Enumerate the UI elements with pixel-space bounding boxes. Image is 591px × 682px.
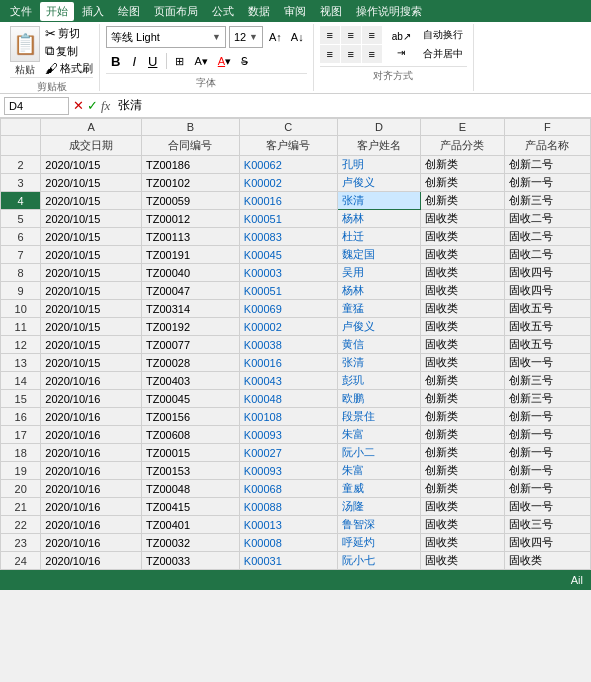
cell-e-17[interactable]: 创新类 — [421, 426, 504, 444]
row-header-7[interactable]: 7 — [1, 246, 41, 264]
cell-a-16[interactable]: 2020/10/16 — [41, 408, 142, 426]
cell-c-13[interactable]: K00016 — [239, 354, 337, 372]
cell-b-3[interactable]: TZ00102 — [142, 174, 240, 192]
col-letter-E[interactable]: E — [421, 119, 504, 136]
cell-b-22[interactable]: TZ00401 — [142, 516, 240, 534]
cell-b-11[interactable]: TZ00192 — [142, 318, 240, 336]
menu-item-公式[interactable]: 公式 — [206, 2, 240, 21]
cell-a-3[interactable]: 2020/10/15 — [41, 174, 142, 192]
cell-b-5[interactable]: TZ00012 — [142, 210, 240, 228]
cell-e-6[interactable]: 固收类 — [421, 228, 504, 246]
cell-e-11[interactable]: 固收类 — [421, 318, 504, 336]
menu-item-视图[interactable]: 视图 — [314, 2, 348, 21]
cell-d-17[interactable]: 朱富 — [337, 426, 420, 444]
col-letter-A[interactable]: A — [41, 119, 142, 136]
row-header-23[interactable]: 23 — [1, 534, 41, 552]
align-top-right-button[interactable]: ≡ — [362, 26, 382, 44]
cell-b-21[interactable]: TZ00415 — [142, 498, 240, 516]
cell-b-23[interactable]: TZ00032 — [142, 534, 240, 552]
col-header-e[interactable]: 产品分类 — [421, 136, 504, 156]
cell-c-20[interactable]: K00068 — [239, 480, 337, 498]
cell-c-21[interactable]: K00088 — [239, 498, 337, 516]
cell-b-20[interactable]: TZ00048 — [142, 480, 240, 498]
cell-c-3[interactable]: K00002 — [239, 174, 337, 192]
cell-d-6[interactable]: 杜迁 — [337, 228, 420, 246]
cell-f-14[interactable]: 创新三号 — [504, 372, 590, 390]
cell-b-24[interactable]: TZ00033 — [142, 552, 240, 570]
cell-b-9[interactable]: TZ00047 — [142, 282, 240, 300]
cell-d-4[interactable]: 张清 — [337, 192, 420, 210]
cell-b-17[interactable]: TZ00608 — [142, 426, 240, 444]
cell-d-20[interactable]: 童威 — [337, 480, 420, 498]
cell-d-13[interactable]: 张清 — [337, 354, 420, 372]
menu-item-数据[interactable]: 数据 — [242, 2, 276, 21]
decrease-font-button[interactable]: A↓ — [288, 28, 307, 46]
cell-f-2[interactable]: 创新二号 — [504, 156, 590, 174]
cell-a-8[interactable]: 2020/10/15 — [41, 264, 142, 282]
row-header-14[interactable]: 14 — [1, 372, 41, 390]
insert-function-button[interactable]: fx — [101, 98, 110, 114]
cell-a-11[interactable]: 2020/10/15 — [41, 318, 142, 336]
cell-d-3[interactable]: 卢俊义 — [337, 174, 420, 192]
menu-item-插入[interactable]: 插入 — [76, 2, 110, 21]
cell-e-3[interactable]: 创新类 — [421, 174, 504, 192]
cell-f-24[interactable]: 固收类 — [504, 552, 590, 570]
cell-c-6[interactable]: K00083 — [239, 228, 337, 246]
row-header-3[interactable]: 3 — [1, 174, 41, 192]
cell-f-20[interactable]: 创新一号 — [504, 480, 590, 498]
cell-b-18[interactable]: TZ00015 — [142, 444, 240, 462]
underline-button[interactable]: U — [143, 51, 162, 71]
cell-d-10[interactable]: 童猛 — [337, 300, 420, 318]
cell-b-2[interactable]: TZ00186 — [142, 156, 240, 174]
col-letter-B[interactable]: B — [142, 119, 240, 136]
cell-e-22[interactable]: 固收类 — [421, 516, 504, 534]
menu-item-审阅[interactable]: 审阅 — [278, 2, 312, 21]
cell-b-13[interactable]: TZ00028 — [142, 354, 240, 372]
cell-b-12[interactable]: TZ00077 — [142, 336, 240, 354]
cell-d-2[interactable]: 孔明 — [337, 156, 420, 174]
col-letter-D[interactable]: D — [337, 119, 420, 136]
cell-c-14[interactable]: K00043 — [239, 372, 337, 390]
row-header-2[interactable]: 2 — [1, 156, 41, 174]
autowrap-button[interactable]: 自动换行 — [419, 26, 467, 44]
cell-e-12[interactable]: 固收类 — [421, 336, 504, 354]
cell-e-19[interactable]: 创新类 — [421, 462, 504, 480]
cell-a-17[interactable]: 2020/10/16 — [41, 426, 142, 444]
menu-item-页面布局[interactable]: 页面布局 — [148, 2, 204, 21]
fill-color-button[interactable]: A▾ — [190, 53, 211, 70]
cell-d-8[interactable]: 吴用 — [337, 264, 420, 282]
cell-b-16[interactable]: TZ00156 — [142, 408, 240, 426]
cell-c-22[interactable]: K00013 — [239, 516, 337, 534]
copy-button[interactable]: ⧉ 复制 — [45, 43, 93, 59]
row-header-12[interactable]: 12 — [1, 336, 41, 354]
row-header-11[interactable]: 11 — [1, 318, 41, 336]
cell-d-14[interactable]: 彭玑 — [337, 372, 420, 390]
cell-d-24[interactable]: 阮小七 — [337, 552, 420, 570]
cell-c-24[interactable]: K00031 — [239, 552, 337, 570]
row-header-16[interactable]: 16 — [1, 408, 41, 426]
increase-font-button[interactable]: A↑ — [266, 28, 285, 46]
cancel-formula-button[interactable]: ✕ — [73, 98, 84, 113]
menu-item-操作说明搜索[interactable]: 操作说明搜索 — [350, 2, 428, 21]
indent-button[interactable]: ⇥ — [388, 45, 415, 60]
cell-a-19[interactable]: 2020/10/16 — [41, 462, 142, 480]
cell-e-9[interactable]: 固收类 — [421, 282, 504, 300]
cell-e-14[interactable]: 创新类 — [421, 372, 504, 390]
cell-c-11[interactable]: K00002 — [239, 318, 337, 336]
col-header-c[interactable]: 客户编号 — [239, 136, 337, 156]
cell-a-21[interactable]: 2020/10/16 — [41, 498, 142, 516]
cell-c-8[interactable]: K00003 — [239, 264, 337, 282]
cell-e-5[interactable]: 固收类 — [421, 210, 504, 228]
cell-f-12[interactable]: 固收五号 — [504, 336, 590, 354]
cell-f-16[interactable]: 创新一号 — [504, 408, 590, 426]
align-middle-center-button[interactable]: ≡ — [341, 45, 361, 63]
cell-e-20[interactable]: 创新类 — [421, 480, 504, 498]
col-header-f[interactable]: 产品名称 — [504, 136, 590, 156]
row-header-24[interactable]: 24 — [1, 552, 41, 570]
cell-c-17[interactable]: K00093 — [239, 426, 337, 444]
row-header-9[interactable]: 9 — [1, 282, 41, 300]
cell-a-6[interactable]: 2020/10/15 — [41, 228, 142, 246]
cell-a-24[interactable]: 2020/10/16 — [41, 552, 142, 570]
row-header-17[interactable]: 17 — [1, 426, 41, 444]
cell-e-23[interactable]: 固收类 — [421, 534, 504, 552]
